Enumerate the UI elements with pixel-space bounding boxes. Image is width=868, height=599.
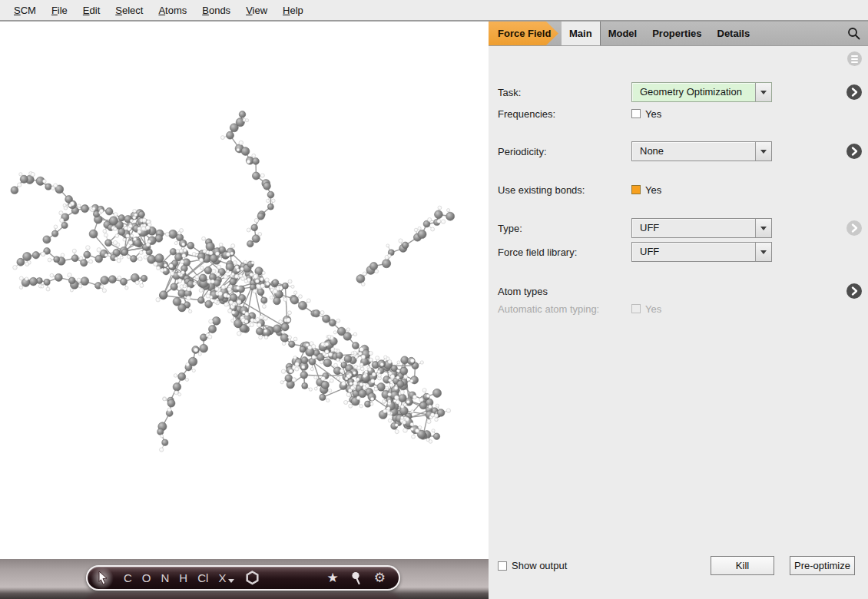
tab-details[interactable]: Details — [710, 22, 758, 45]
gear-icon[interactable]: ⚙ — [374, 571, 386, 584]
kill-button[interactable]: Kill — [711, 556, 774, 575]
periodicity-value: None — [632, 142, 755, 161]
menu-bar: SCM File Edit Select Atoms Bonds View He… — [0, 0, 868, 22]
search-button[interactable] — [847, 22, 868, 45]
chevron-right-icon — [846, 84, 862, 100]
frequencies-option-label: Yes — [645, 108, 661, 120]
dropdown-triangle-icon — [228, 579, 234, 583]
tab-model[interactable]: Model — [601, 22, 645, 45]
preoptimize-button[interactable]: Pre-optimize — [790, 556, 855, 575]
use-existing-bonds-option-label: Yes — [645, 184, 661, 196]
task-detail-button[interactable] — [846, 84, 862, 100]
element-o-button[interactable]: O — [142, 571, 151, 584]
settings-panel: Force Field Main Model Properties Detail… — [489, 22, 868, 599]
force-field-library-row: Force field library: UFF — [498, 242, 859, 262]
frequencies-row: Frequencies: Yes — [498, 104, 859, 124]
type-label: Type: — [498, 223, 522, 234]
periodicity-label: Periodicity: — [498, 146, 547, 157]
use-existing-bonds-label: Use existing bonds: — [498, 184, 585, 196]
tab-bar: Force Field Main Model Properties Detail… — [489, 22, 868, 46]
type-detail-button-disabled — [846, 220, 862, 236]
menu-file[interactable]: File — [44, 2, 75, 19]
menu-edit[interactable]: Edit — [75, 2, 108, 19]
element-n-button[interactable]: N — [161, 571, 170, 584]
type-row: Type: UFF — [498, 218, 859, 238]
element-x-label: X — [218, 571, 226, 584]
use-existing-bonds-checkbox[interactable] — [631, 185, 641, 194]
atom-types-label: Atom types — [498, 286, 548, 297]
force-field-library-value: UFF — [632, 243, 755, 261]
task-label: Task: — [498, 87, 521, 98]
force-field-library-label: Force field library: — [498, 247, 577, 258]
element-h-button[interactable]: H — [179, 571, 187, 584]
chevron-right-icon — [846, 283, 862, 299]
menu-scm[interactable]: SCM — [6, 2, 44, 19]
type-dropdown[interactable]: UFF — [631, 218, 772, 238]
atom-types-detail-button[interactable] — [846, 283, 862, 299]
task-dropdown[interactable]: Geometry Optimization — [631, 82, 772, 102]
ams-input-window: SCM File Edit Select Atoms Bonds View He… — [0, 0, 868, 599]
menu-atoms[interactable]: Atoms — [151, 2, 194, 19]
task-dropdown-button[interactable] — [755, 83, 771, 101]
chevron-right-icon — [846, 144, 862, 159]
tab-force-field[interactable]: Force Field — [489, 22, 558, 45]
menu-bonds[interactable]: Bonds — [194, 2, 238, 19]
select-cursor-tool[interactable] — [92, 568, 114, 589]
automatic-atom-typing-label: Automatic atom typing: — [498, 303, 599, 315]
ring-tool-icon[interactable] — [244, 570, 260, 586]
show-output-checkbox[interactable] — [498, 561, 507, 571]
periodicity-detail-button[interactable] — [846, 144, 862, 159]
cursor-icon — [96, 571, 110, 585]
task-row: Task: Geometry Optimization — [498, 82, 859, 102]
chevron-down-icon — [760, 250, 767, 254]
menu-select[interactable]: Select — [108, 2, 151, 19]
automatic-atom-typing-checkbox-disabled — [631, 304, 641, 313]
element-toolbar: C O N H Cl X ★ ⚙ — [86, 565, 400, 591]
molecule-render — [0, 22, 489, 559]
search-icon — [847, 27, 860, 40]
periodicity-row: Periodicity: None — [498, 141, 859, 161]
frequencies-checkbox[interactable] — [631, 109, 641, 118]
structures-star-icon[interactable]: ★ — [327, 571, 339, 584]
menu-view[interactable]: View — [238, 2, 275, 19]
tab-main[interactable]: Main — [562, 22, 601, 45]
show-output-label: Show output — [512, 560, 567, 571]
menu-help[interactable]: Help — [275, 2, 311, 19]
element-x-picker[interactable]: X — [218, 571, 234, 584]
type-value: UFF — [632, 219, 755, 237]
tab-properties[interactable]: Properties — [644, 22, 709, 45]
automatic-atom-typing-option-label: Yes — [645, 303, 661, 315]
type-dropdown-button[interactable] — [755, 219, 771, 237]
menu-icon — [851, 55, 858, 57]
use-existing-bonds-row: Use existing bonds: Yes — [498, 180, 859, 200]
task-value: Geometry Optimization — [632, 83, 755, 101]
force-field-library-dropdown-button[interactable] — [755, 243, 771, 261]
element-c-button[interactable]: C — [124, 571, 132, 584]
chevron-down-icon — [760, 227, 767, 230]
panel-menu-button — [847, 51, 862, 66]
element-cl-button[interactable]: Cl — [197, 571, 208, 584]
pin-icon[interactable] — [351, 571, 362, 585]
chevron-right-icon — [846, 220, 862, 236]
toolbar-dock: C O N H Cl X ★ ⚙ — [0, 559, 489, 599]
frequencies-label: Frequencies: — [498, 108, 555, 120]
force-field-library-dropdown[interactable]: UFF — [631, 242, 772, 262]
chevron-down-icon — [760, 91, 767, 94]
periodicity-dropdown[interactable]: None — [631, 141, 772, 161]
periodicity-dropdown-button[interactable] — [755, 142, 771, 161]
chevron-down-icon — [760, 150, 767, 154]
molecule-viewport[interactable]: C O N H Cl X ★ ⚙ — [0, 22, 489, 599]
automatic-atom-typing-row: Automatic atom typing: Yes — [498, 299, 859, 319]
toolbar-reflection — [86, 593, 400, 599]
